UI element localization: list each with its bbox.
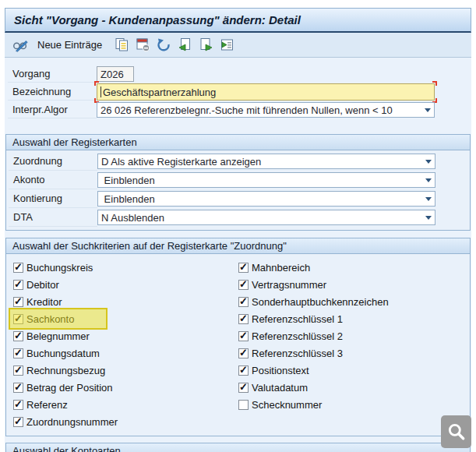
valutadatum-checkbox[interactable] [238, 383, 249, 393]
bezeichnung-value: Geschäftspartnerzahlung [103, 87, 216, 98]
kontierung-value: Einblenden [101, 193, 155, 205]
screen-body: Vorgang Z026 Bezeichnung Geschäftspartne… [5, 58, 471, 452]
vorgang-label: Vorgang [8, 65, 97, 83]
dta-value: N Ausblenden [101, 212, 164, 224]
checkbox-row-vertragsnummer[interactable]: Vertragsnummer [238, 276, 389, 293]
bezeichnung-label: Bezeichnung [8, 83, 97, 101]
criteria-right-column: Mahnbereich Vertragsnummer Sonderhauptbu… [238, 259, 389, 413]
zuordnung-dropdown[interactable]: D Als aktive Registerkarte anzeigen [97, 154, 435, 169]
other-entry-icon[interactable] [218, 37, 235, 54]
dta-label: DTA [9, 208, 97, 227]
bezeichnung-field[interactable]: Geschäftspartnerzahlung [97, 83, 435, 101]
checkbox-label: Valutadatum [252, 382, 308, 394]
checkbox-row-rechnungsbezug[interactable]: Rechnungsbezug [13, 362, 118, 379]
next-entry-icon[interactable] [197, 37, 214, 54]
checkbox-row-debitor[interactable]: Debitor [13, 276, 118, 293]
checkbox-row-buchungskreis[interactable]: Buchungskreis [13, 259, 118, 276]
akonto-value: Einblenden [101, 175, 155, 186]
dta-dropdown[interactable]: N Ausblenden [97, 210, 435, 225]
interp-algor-dropdown[interactable]: 26 026 Referenzbelegnr.-Suche mit führen… [97, 102, 435, 118]
new-entries-button[interactable]: Neue Einträge [37, 39, 102, 51]
application-toolbar: Neue Einträge [5, 33, 471, 58]
checkbox-row-referenzschluessel-3[interactable]: Referenzschlüssel 3 [238, 344, 389, 362]
buchungsdatum-checkbox[interactable] [13, 348, 23, 358]
search-icon [446, 422, 467, 442]
undo-icon[interactable] [155, 37, 172, 54]
criteria-section: Auswahl der Suchkriterien auf der Regist… [5, 238, 471, 436]
register-section-header: Auswahl der Registerkarten [6, 135, 470, 150]
zuordnungsnummer-checkbox[interactable] [13, 417, 23, 427]
checkbox-row-sachkonto[interactable]: Sachkonto [13, 310, 118, 327]
positionstext-checkbox[interactable] [238, 365, 249, 376]
vertragsnummer-checkbox[interactable] [238, 280, 249, 290]
checkbox-label: Kreditor [26, 296, 62, 308]
checkbox-row-mahnbereich[interactable]: Mahnbereich [238, 259, 389, 276]
focus-bracket [432, 81, 437, 86]
checkbox-label: Buchungsdatum [26, 348, 100, 359]
sap-window: Sicht "Vorgang - Kundenanpassung" ändern… [5, 8, 471, 452]
checkbox-row-sonderhauptbuchkennzeichen[interactable]: Sonderhauptbuchkennzeichen [238, 293, 389, 310]
titlebar: Sicht "Vorgang - Kundenanpassung" ändern… [5, 8, 471, 33]
checkbox-row-positionstext[interactable]: Positionstext [238, 362, 389, 379]
checkbox-label: Debitor [26, 279, 59, 291]
checkbox-label: Schecknummer [252, 399, 322, 411]
akonto-dropdown[interactable]: Einblenden [97, 172, 435, 188]
buchungskreis-checkbox[interactable] [13, 263, 23, 273]
checkbox-row-belegnummer[interactable]: Belegnummer [13, 327, 118, 344]
delete-entry-icon[interactable] [134, 37, 151, 54]
checkbox-row-referenzschluessel-1[interactable]: Referenzschlüssel 1 [238, 310, 389, 327]
zuordnung-row: Zuordnung D Als aktive Registerkarte anz… [9, 152, 470, 171]
checkbox-label: Positionstext [252, 365, 309, 376]
chevron-down-icon [425, 216, 432, 220]
kreditor-checkbox[interactable] [13, 297, 23, 307]
previous-entry-icon[interactable] [176, 37, 193, 54]
referenz-checkbox[interactable] [13, 400, 23, 410]
interp-algor-label: Interpr.Algor [8, 101, 97, 118]
display-change-icon[interactable] [12, 37, 29, 54]
checkbox-row-referenz[interactable]: Referenz [13, 396, 118, 413]
akonto-label: Akonto [9, 171, 97, 189]
checkbox-label: Referenzschlüssel 2 [252, 330, 343, 342]
checkbox-label: Zuordnungsnummer [26, 416, 118, 428]
mahnbereich-checkbox[interactable] [238, 263, 249, 273]
zuordnung-label: Zuordnung [9, 152, 97, 171]
checkbox-row-valutadatum[interactable]: Valutadatum [238, 379, 389, 396]
betrag-der-position-checkbox[interactable] [13, 383, 23, 393]
window-title: Sicht "Vorgang - Kundenanpassung" ändern… [14, 13, 301, 26]
debitor-checkbox[interactable] [13, 280, 23, 290]
criteria-left-column: Buchungskreis Debitor Kreditor Sachkonto [13, 259, 118, 430]
checkbox-label: Rechnungsbezug [26, 365, 105, 376]
account-types-section: Auswahl der Kontoarten [5, 443, 471, 452]
belegnummer-checkbox[interactable] [13, 331, 23, 341]
checkbox-label: Referenz [26, 399, 68, 411]
checkbox-label: Referenzschlüssel 3 [252, 348, 343, 359]
checkbox-label: Betrag der Position [26, 382, 113, 394]
copy-entry-icon[interactable] [113, 37, 130, 54]
checkbox-row-kreditor[interactable]: Kreditor [13, 293, 118, 310]
checkbox-label: Referenzschlüssel 1 [252, 313, 343, 325]
bezeichnung-row: Bezeichnung Geschäftspartnerzahlung [8, 83, 435, 101]
schecknummer-checkbox[interactable] [238, 400, 249, 410]
akonto-row: Akonto Einblenden [9, 171, 470, 189]
criteria-section-header: Auswahl der Suchkriterien auf der Regist… [6, 238, 470, 254]
checkbox-row-betrag-der-position[interactable]: Betrag der Position [13, 379, 118, 396]
kontierung-dropdown[interactable]: Einblenden [97, 191, 435, 207]
dta-row: DTA N Ausblenden [9, 208, 470, 227]
referenzschluessel-3-checkbox[interactable] [238, 348, 249, 358]
checkbox-label: Mahnbereich [252, 262, 310, 274]
vorgang-field[interactable]: Z026 [97, 66, 134, 82]
interp-algor-row: Interpr.Algor 26 026 Referenzbelegnr.-Su… [8, 101, 435, 118]
checkbox-row-buchungsdatum[interactable]: Buchungsdatum [13, 344, 118, 362]
magnifier-overlay-button[interactable] [441, 415, 471, 448]
sachkonto-checkbox[interactable] [13, 314, 23, 324]
checkbox-row-schecknummer[interactable]: Schecknummer [238, 396, 389, 413]
chevron-down-icon [425, 197, 432, 201]
referenzschluessel-2-checkbox[interactable] [238, 331, 249, 341]
rechnungsbezug-checkbox[interactable] [13, 365, 23, 376]
checkbox-row-referenzschluessel-2[interactable]: Referenzschlüssel 2 [238, 327, 389, 344]
account-types-section-header: Auswahl der Kontoarten [6, 443, 470, 452]
sonderhauptbuchkennzeichen-checkbox[interactable] [238, 297, 249, 307]
chevron-down-icon [425, 178, 432, 182]
referenzschluessel-1-checkbox[interactable] [238, 314, 249, 324]
checkbox-row-zuordnungsnummer[interactable]: Zuordnungsnummer [13, 413, 118, 430]
